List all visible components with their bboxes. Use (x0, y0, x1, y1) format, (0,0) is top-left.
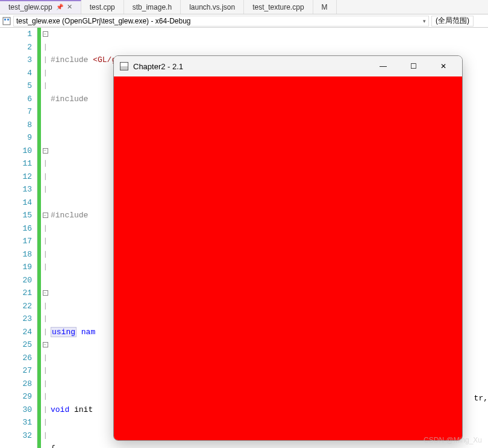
fold-icon[interactable]: − (43, 31, 48, 37)
context-text: test_glew.exe (OpenGLPrj\test_glew.exe) … (16, 17, 191, 25)
tab-label: M (322, 3, 328, 11)
minimize-button[interactable]: — (371, 58, 396, 75)
fold-column: − ││││ − │││ − ││││ − │││ − │││││││ (41, 28, 49, 448)
tab-launch-json[interactable]: launch.vs.json (181, 0, 244, 14)
line-gutter: 1234567891011121314151617181920212223242… (0, 28, 37, 448)
close-icon[interactable]: ✕ (67, 3, 72, 11)
exe-icon (2, 17, 11, 25)
scope-dropdown[interactable]: (全局范围) (431, 16, 474, 26)
tab-test-texture[interactable]: test_texture.cpp (244, 0, 313, 14)
context-dropdown[interactable]: test_glew.exe (OpenGLPrj\test_glew.exe) … (13, 16, 429, 26)
svg-rect-1 (4, 19, 6, 20)
tab-stb-image[interactable]: stb_image.h (124, 0, 181, 14)
chevron-down-icon: ▾ (423, 18, 426, 24)
tab-bar: test_glew.cpp 📌 ✕ test.cpp stb_image.h l… (0, 0, 488, 14)
tab-label: test_texture.cpp (252, 3, 304, 11)
opengl-canvas (114, 76, 462, 440)
tab-test[interactable]: test.cpp (81, 0, 124, 14)
fold-icon[interactable]: − (43, 342, 48, 347)
window-titlebar[interactable]: Chapter2 - 2.1 — ☐ ✕ (114, 56, 462, 76)
tab-label: test_glew.cpp (8, 3, 52, 11)
svg-rect-0 (3, 17, 10, 25)
fold-icon[interactable]: − (43, 148, 48, 154)
fold-icon[interactable]: − (43, 290, 48, 296)
pin-icon[interactable]: 📌 (56, 4, 63, 10)
tab-more[interactable]: M (313, 0, 337, 14)
fold-icon[interactable]: − (43, 213, 48, 218)
tab-test-glew[interactable]: test_glew.cpp 📌 ✕ (0, 0, 81, 14)
maximize-button[interactable]: ☐ (401, 58, 426, 75)
tab-label: launch.vs.json (189, 3, 235, 11)
context-toolbar: test_glew.exe (OpenGLPrj\test_glew.exe) … (0, 14, 488, 28)
tab-label: test.cpp (90, 3, 115, 11)
scope-text: (全局范围) (436, 16, 469, 26)
app-icon (120, 62, 128, 70)
opengl-window: Chapter2 - 2.1 — ☐ ✕ (113, 55, 463, 441)
svg-rect-2 (7, 19, 9, 20)
tab-label: stb_image.h (133, 3, 172, 11)
close-button[interactable]: ✕ (431, 58, 456, 75)
window-title: Chapter2 - 2.1 (133, 62, 366, 71)
truncated-code: tr, (474, 394, 488, 403)
